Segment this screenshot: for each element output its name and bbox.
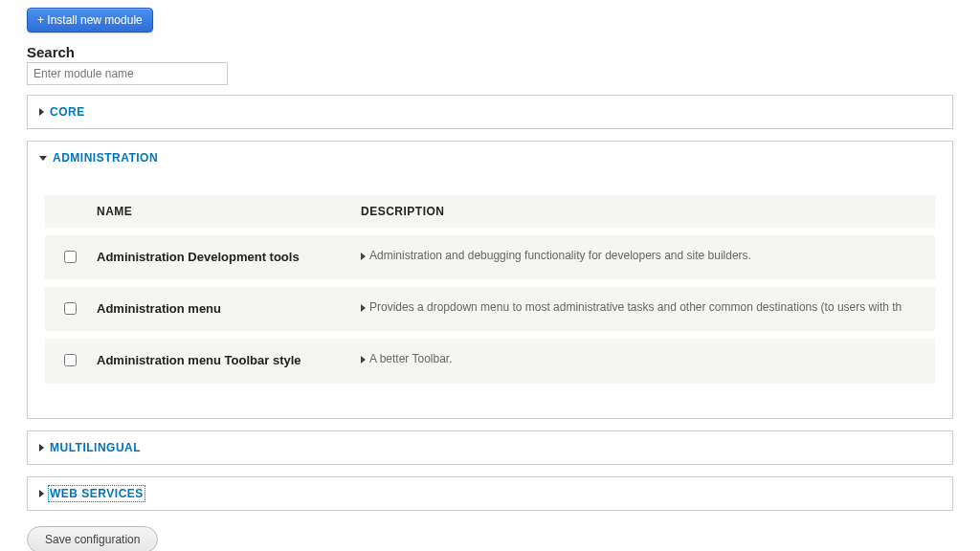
fieldset-web-services-title: WEB SERVICES <box>50 487 144 500</box>
module-description-text: A better Toolbar. <box>369 352 453 365</box>
chevron-down-icon <box>39 156 47 161</box>
chevron-right-icon <box>39 490 44 497</box>
fieldset-core: CORE <box>27 95 953 129</box>
module-name: Administration menu <box>95 287 353 331</box>
module-description[interactable]: Provides a dropdown menu to most adminis… <box>353 287 935 331</box>
fieldset-administration: ADMINISTRATION NAME DESCRIPTION Administ… <box>27 141 953 419</box>
install-module-button[interactable]: + Install new module <box>27 8 153 33</box>
col-header-check <box>45 195 95 228</box>
col-header-description: DESCRIPTION <box>353 195 935 228</box>
fieldset-administration-title: ADMINISTRATION <box>53 151 158 165</box>
save-configuration-button[interactable]: Save configuration <box>27 526 158 551</box>
module-description[interactable]: A better Toolbar. <box>353 339 935 383</box>
search-input[interactable] <box>27 62 228 85</box>
fieldset-multilingual: MULTILINGUAL <box>27 430 953 465</box>
fieldset-administration-body: NAME DESCRIPTION Administration Developm… <box>28 174 952 418</box>
module-table: NAME DESCRIPTION Administration Developm… <box>45 187 935 391</box>
chevron-right-icon <box>39 108 44 116</box>
module-description[interactable]: Administration and debugging functionali… <box>353 235 935 279</box>
module-name: Administration Development tools <box>95 235 353 279</box>
fieldset-web-services-header[interactable]: WEB SERVICES <box>28 477 952 510</box>
module-checkbox[interactable] <box>64 354 77 366</box>
table-row: Administration Development tools Adminis… <box>45 235 935 279</box>
fieldset-multilingual-title: MULTILINGUAL <box>50 441 141 454</box>
module-description-text: Provides a dropdown menu to most adminis… <box>369 300 902 314</box>
module-name: Administration menu Toolbar style <box>95 339 353 383</box>
module-description-text: Administration and debugging functionali… <box>369 249 751 262</box>
search-label: Search <box>27 44 953 60</box>
module-checkbox[interactable] <box>64 302 77 315</box>
table-row: Administration menu Provides a dropdown … <box>45 287 935 331</box>
module-checkbox[interactable] <box>64 251 77 263</box>
fieldset-core-title: CORE <box>50 105 85 119</box>
chevron-right-icon <box>39 444 44 452</box>
chevron-right-icon <box>361 253 366 260</box>
fieldset-administration-header[interactable]: ADMINISTRATION <box>28 142 952 174</box>
fieldset-web-services: WEB SERVICES <box>27 476 953 511</box>
fieldset-multilingual-header[interactable]: MULTILINGUAL <box>28 431 952 464</box>
table-row: Administration menu Toolbar style A bett… <box>45 339 935 383</box>
chevron-right-icon <box>361 304 366 312</box>
col-header-name: NAME <box>95 195 353 228</box>
fieldset-core-header[interactable]: CORE <box>28 96 952 128</box>
chevron-right-icon <box>361 356 366 364</box>
